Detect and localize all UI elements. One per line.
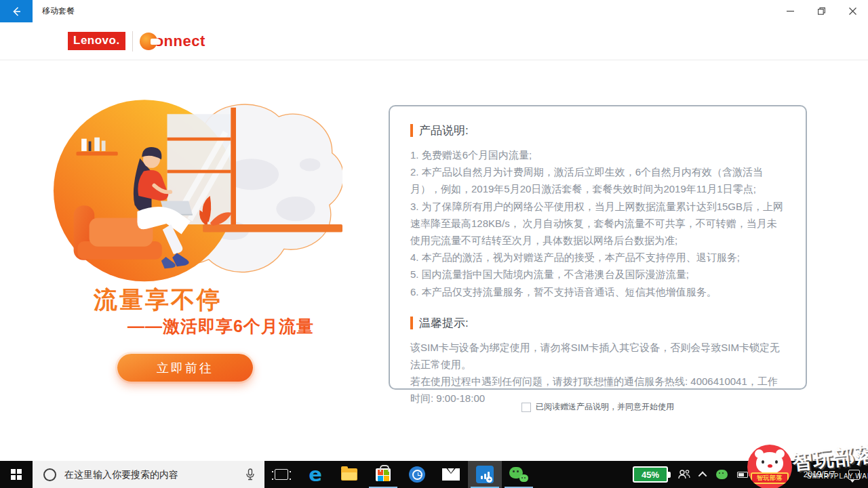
chevron-up-icon [698, 471, 707, 480]
product-item-5: 5. 国内流量指中国大陆境内流量，不含港澳台及国际漫游流量; [410, 266, 787, 283]
close-icon [849, 7, 856, 15]
tips-line-1: 该SIM卡与设备为绑定使用，请勿将SIM卡插入其它设备，否则会导致SIM卡锁定无… [410, 339, 787, 373]
taskbar: e 45% [0, 461, 868, 488]
orange-bar-icon [410, 317, 413, 329]
product-item-1: 1. 免费赠送6个月国内流量; [410, 146, 787, 163]
search-input[interactable] [64, 469, 245, 480]
brand-divider [132, 31, 133, 52]
window-title: 移动套餐 [42, 5, 75, 17]
tips-list: 该SIM卡与设备为绑定使用，请勿将SIM卡插入其它设备，否则会导致SIM卡锁定无… [410, 339, 787, 407]
terms-panel: 产品说明: 1. 免费赠送6个月国内流量; 2. 本产品以自然月为计费周期，激活… [389, 105, 807, 390]
start-button[interactable] [0, 461, 33, 488]
tray-battery[interactable] [737, 472, 748, 478]
restore-icon [818, 7, 825, 15]
watermark-badge-text: 智玩部落 [751, 472, 789, 484]
title-bar: 移动套餐 [0, 0, 868, 22]
mascot-nose [768, 464, 772, 468]
people-icon [677, 469, 691, 480]
wechat-tray-icon [716, 470, 728, 479]
watermark-mascot-badge: 智玩部落 [747, 445, 792, 488]
hero-title: 流量享不停 [94, 284, 222, 316]
microsoft-store-icon [376, 468, 391, 481]
mascot-eye-left [762, 460, 764, 464]
microphone-icon[interactable] [245, 468, 255, 481]
product-terms-list: 1. 免费赠送6个月国内流量; 2. 本产品以自然月为计费周期，激活后立即生效，… [410, 146, 787, 300]
product-item-4: 4. 本产品的激活，视为对赠送产品的接受，本产品不支持停用、退订服务; [410, 249, 787, 266]
agreement-label: 已阅读赠送产品说明，并同意开始使用 [536, 401, 674, 413]
taskbar-wechat[interactable] [502, 461, 536, 488]
taskbar-file-explorer[interactable] [332, 461, 366, 488]
watermark-url: SMARTPLAY.WANG [807, 472, 868, 480]
task-view-icon [275, 469, 288, 480]
taskbar-edge[interactable]: e [298, 461, 332, 488]
orange-bar-icon [410, 124, 413, 137]
brand-logo: Lenovo. onnect [68, 31, 205, 52]
product-section-header: 产品说明: [410, 123, 787, 138]
connect-logo-text: onnect [155, 33, 205, 50]
product-heading: 产品说明: [419, 123, 469, 138]
hero-illustration [37, 84, 342, 291]
windows-start-icon [11, 469, 22, 480]
connect-c-icon [140, 33, 157, 50]
taskbar-search[interactable] [33, 461, 264, 488]
minimize-button[interactable] [774, 0, 806, 22]
product-item-6: 6. 本产品仅支持流量服务，暂不支持语音通话、短信其他增值服务。 [410, 283, 787, 300]
mascot-face [756, 452, 783, 474]
agreement-checkbox[interactable] [521, 403, 531, 412]
tray-wechat[interactable] [716, 470, 728, 479]
hero-section: 流量享不停 ——激活即享6个月流量 立即前往 [0, 60, 366, 440]
taskbar-store[interactable] [366, 461, 400, 488]
battery-percentage: 45% [642, 470, 659, 480]
window-controls [774, 0, 868, 22]
minimize-icon [787, 7, 794, 15]
task-view-button[interactable] [264, 461, 298, 488]
taskbar-lenovo-connect-active[interactable] [468, 461, 502, 488]
people-button[interactable] [677, 469, 691, 480]
lenovo-logo: Lenovo. [68, 32, 125, 50]
mail-icon [442, 468, 460, 481]
tray-expand-button[interactable] [701, 472, 707, 478]
product-item-3: 3. 为了保障所有用户的网络公平使用权，当月上网数据流量累计达到15GB后，上网… [410, 198, 787, 249]
close-button[interactable] [837, 0, 868, 22]
wechat-icon [509, 467, 528, 482]
connect-logo: onnect [140, 33, 205, 50]
tips-section-header: 温馨提示: [410, 315, 787, 331]
edge-icon: e [309, 465, 322, 485]
app-header: Lenovo. onnect [0, 22, 868, 60]
restore-button[interactable] [806, 0, 837, 22]
battery-icon [737, 472, 748, 478]
mascot-eye-right [775, 460, 778, 464]
hero-subtitle: ——激活即享6个月流量 [127, 315, 314, 338]
go-now-button[interactable]: 立即前往 [117, 354, 253, 382]
file-explorer-icon [341, 468, 357, 481]
cortana-icon [43, 468, 56, 481]
taskbar-clock-app[interactable] [400, 461, 434, 488]
taskbar-mail[interactable] [434, 461, 468, 488]
lenovo-connect-icon [476, 466, 494, 483]
agreement-row: 已阅读赠送产品说明，并同意开始使用 [389, 401, 807, 413]
alarms-clock-icon [409, 466, 425, 483]
product-item-2: 2. 本产品以自然月为计费周期，激活后立即生效，6个自然月内有效（含激活当月），… [410, 163, 787, 197]
battery-overlay-indicator: 45% [633, 466, 668, 483]
tips-heading: 温馨提示: [419, 315, 469, 331]
back-button[interactable] [0, 0, 33, 22]
back-arrow-icon [11, 6, 22, 17]
